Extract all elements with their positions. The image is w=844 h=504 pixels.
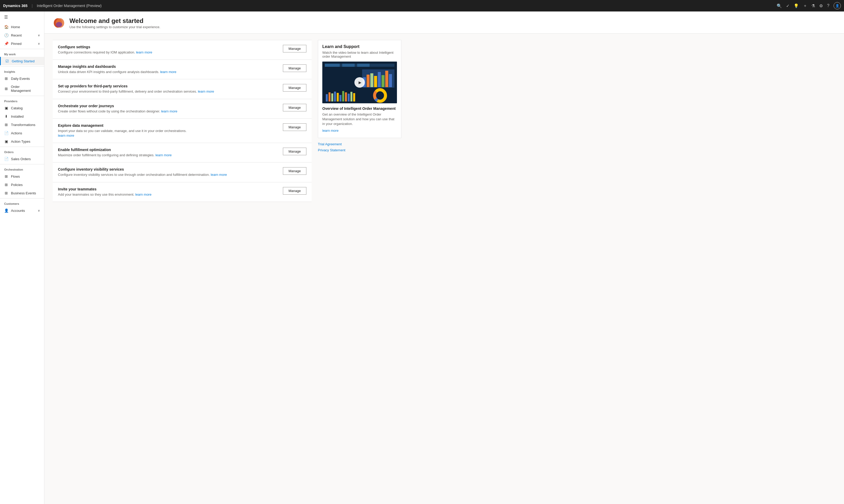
play-button[interactable] — [354, 77, 365, 88]
sidebar-item-daily-events[interactable]: ⊞ Daily Events — [0, 74, 44, 83]
topbar-icons: 🔍 ✓ 💡 ＋ ⚗ ⚙ ? 👤 — [777, 2, 841, 10]
manage-button[interactable]: Manage — [283, 148, 306, 155]
action-types-icon: ▣ — [4, 139, 8, 143]
video-learn-more-link[interactable]: learn more — [322, 129, 397, 132]
card-desc: Connect your environment to third-party … — [58, 89, 278, 94]
manage-button[interactable]: Manage — [283, 187, 306, 195]
sidebar-item-home[interactable]: 🏠 Home — [0, 23, 44, 31]
dynamics-logo — [53, 17, 65, 29]
sidebar-item-installed[interactable]: ⬇ Installed — [0, 112, 44, 121]
manage-button[interactable]: Manage — [283, 167, 306, 175]
sidebar-item-getting-started[interactable]: ☑ Getting Started — [0, 57, 44, 65]
privacy-statement-link[interactable]: Privacy Statement — [318, 148, 401, 152]
filter-icon[interactable]: ⚗ — [811, 3, 815, 8]
svg-rect-11 — [370, 73, 373, 87]
manage-button[interactable]: Manage — [283, 65, 306, 72]
pin-icon: 📌 — [4, 41, 8, 46]
trial-agreement-link[interactable]: Trial Agreement — [318, 142, 401, 146]
sidebar-item-actions[interactable]: 📄 Actions — [0, 129, 44, 137]
manage-button[interactable]: Manage — [283, 45, 306, 52]
sidebar-item-catalog[interactable]: ▣ Catalog — [0, 104, 44, 112]
topbar-divider: | — [32, 4, 33, 8]
card-content: Invite your teammates Add your teammates… — [58, 187, 278, 197]
card-setup-providers: Set up providers for third-party service… — [53, 79, 312, 99]
svg-rect-23 — [339, 95, 341, 102]
sidebar-item-recent[interactable]: 🕐 Recent ∨ — [0, 31, 44, 39]
page-subtitle: Use the following settings to customize … — [69, 25, 160, 29]
card-title: Configure settings — [58, 45, 278, 49]
card-desc: Unlock data driven KPI insights and conf… — [58, 70, 278, 74]
sidebar-item-accounts[interactable]: 👤 Accounts ∨ — [0, 206, 44, 215]
card-title: Invite your teammates — [58, 187, 278, 191]
recent-icon: 🕐 — [4, 33, 8, 37]
svg-rect-19 — [329, 92, 331, 102]
main-content: Welcome and get started Use the followin… — [45, 12, 844, 504]
card-desc: Import your data so you can validate, ma… — [58, 129, 278, 138]
card-desc: Configure connections required by IOM ap… — [58, 50, 278, 55]
card-invite-teammates: Invite your teammates Add your teammates… — [53, 182, 312, 202]
lightbulb-icon[interactable]: 💡 — [794, 3, 799, 8]
avatar[interactable]: 👤 — [833, 2, 841, 10]
topbar: Dynamics 365 | Intelligent Order Managem… — [0, 0, 844, 12]
card-desc: Maximize order fulfillment by configurin… — [58, 153, 278, 158]
video-thumbnail[interactable] — [322, 61, 397, 103]
svg-rect-27 — [351, 92, 353, 102]
card-configure-settings: Configure settings Configure connections… — [53, 40, 312, 60]
chevron-down-icon: ∨ — [38, 34, 40, 37]
sidebar-item-sales-orders[interactable]: 📄 Sales Orders — [0, 155, 44, 163]
chevron-down-icon: ∨ — [38, 42, 40, 46]
card-title: Orchestrate your order journeys — [58, 104, 278, 108]
sidebar-item-policies[interactable]: ⊞ Policies — [0, 181, 44, 189]
learn-more-link[interactable]: learn more — [198, 89, 214, 93]
catalog-icon: ▣ — [4, 106, 8, 110]
learn-more-link[interactable]: learn more — [136, 50, 152, 54]
manage-button[interactable]: Manage — [283, 123, 306, 131]
learn-more-link[interactable]: learn more — [135, 193, 151, 196]
learn-more-link[interactable]: learn more — [58, 133, 74, 138]
sidebar-item-business-events[interactable]: ⊞ Business Events — [0, 189, 44, 197]
learn-more-link[interactable]: learn more — [160, 70, 176, 74]
learn-support-title: Learn and Support — [322, 44, 397, 49]
hamburger-menu[interactable]: ☰ — [0, 12, 44, 23]
section-label-orders: Orders — [0, 148, 44, 155]
settings-check-icon[interactable]: ✓ — [786, 3, 789, 8]
chevron-down-icon: ∨ — [38, 209, 40, 212]
card-orchestrate-journeys: Orchestrate your order journeys Create o… — [53, 99, 312, 119]
gear-icon[interactable]: ⚙ — [819, 3, 823, 8]
card-content: Manage insights and dashboards Unlock da… — [58, 65, 278, 74]
card-manage-insights: Manage insights and dashboards Unlock da… — [53, 60, 312, 79]
svg-rect-21 — [334, 92, 336, 102]
svg-rect-24 — [342, 91, 344, 102]
section-label-providers: Providers — [0, 97, 44, 104]
search-icon[interactable]: 🔍 — [777, 3, 782, 8]
sales-orders-icon: 📄 — [4, 157, 8, 161]
sidebar-divider — [0, 198, 44, 199]
external-links: Trial Agreement Privacy Statement — [318, 142, 401, 153]
svg-rect-6 — [342, 64, 355, 67]
svg-rect-10 — [367, 75, 370, 87]
svg-rect-22 — [337, 93, 339, 102]
plus-icon[interactable]: ＋ — [803, 3, 807, 8]
card-content: Explore data management Import your data… — [58, 123, 278, 138]
help-icon[interactable]: ? — [827, 3, 829, 8]
learn-support-card: Learn and Support Watch the video below … — [318, 40, 401, 138]
card-desc: Add your teammates so they use this envi… — [58, 192, 278, 197]
learn-more-link[interactable]: learn more — [211, 173, 227, 177]
installed-icon: ⬇ — [4, 114, 8, 119]
sidebar-item-order-management[interactable]: ⊞ Order Management — [0, 83, 44, 95]
sidebar-item-action-types[interactable]: ▣ Action Types — [0, 137, 44, 146]
home-icon: 🏠 — [4, 25, 8, 29]
manage-button[interactable]: Manage — [283, 84, 306, 92]
getting-started-icon: ☑ — [5, 59, 9, 63]
svg-rect-12 — [374, 76, 377, 87]
card-desc: Configure inventory visibility services … — [58, 173, 278, 177]
page-header: Welcome and get started Use the followin… — [45, 12, 844, 34]
sidebar-item-pinned[interactable]: 📌 Pinned ∨ — [0, 39, 44, 48]
card-title: Set up providers for third-party service… — [58, 84, 278, 88]
learn-more-link[interactable]: learn more — [156, 153, 172, 157]
sidebar-item-flows[interactable]: ⊞ Flows — [0, 172, 44, 181]
section-label-insights: Insights — [0, 68, 44, 74]
manage-button[interactable]: Manage — [283, 104, 306, 111]
learn-more-link[interactable]: learn more — [161, 109, 177, 113]
sidebar-item-transformations[interactable]: ⊞ Transformations — [0, 121, 44, 129]
